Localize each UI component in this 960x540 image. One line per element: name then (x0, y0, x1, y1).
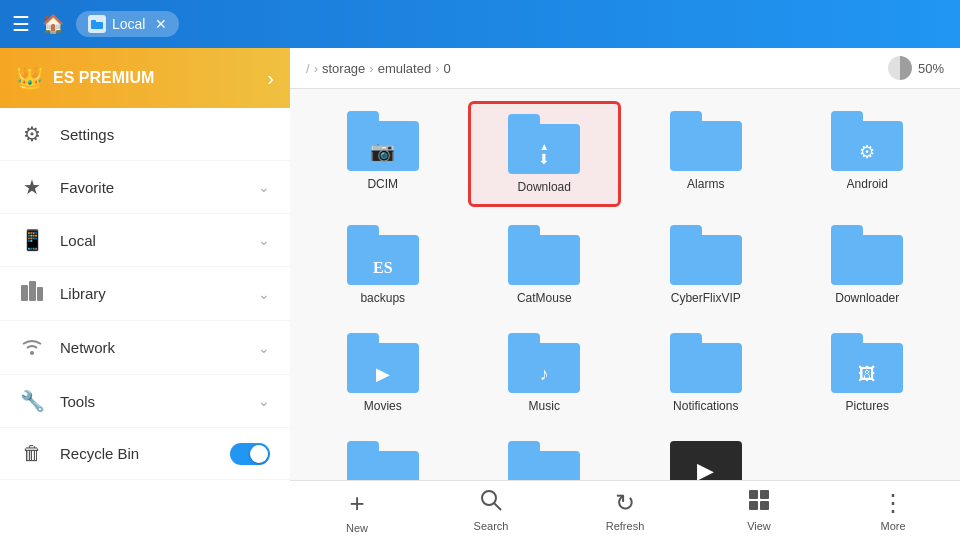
refresh-label: Refresh (606, 520, 645, 532)
main-area: 👑 ES PREMIUM › ⚙ Settings ★ Favorite ⌄ 📱… (0, 48, 960, 540)
pictures-label: Pictures (846, 399, 889, 413)
file-item-dcim[interactable]: 📷 DCIM (306, 101, 460, 207)
file-item-folder13[interactable] (306, 431, 460, 480)
file-item-catmouse[interactable]: CatMouse (468, 215, 622, 315)
music-label: Music (529, 399, 560, 413)
movies-folder-icon: ▶ (347, 333, 419, 393)
search-icon (480, 489, 502, 517)
file-item-backups[interactable]: ES backups (306, 215, 460, 315)
tab-folder-icon (88, 15, 106, 33)
alarms-folder-icon (670, 111, 742, 171)
recycle-bin-toggle[interactable] (230, 443, 270, 465)
storage-circle-icon (888, 56, 912, 80)
favorite-chevron-icon: ⌄ (258, 179, 270, 195)
sidebar-item-favorite[interactable]: ★ Favorite ⌄ (0, 161, 290, 214)
camera-icon: 📷 (370, 139, 395, 163)
local-chevron-icon: ⌄ (258, 232, 270, 248)
svg-rect-3 (29, 281, 36, 301)
svg-rect-11 (760, 501, 769, 510)
sidebar-item-network[interactable]: Network ⌄ (0, 321, 290, 375)
file-item-alarms[interactable]: Alarms (629, 101, 783, 207)
breadcrumb-root: / (306, 61, 310, 76)
toolbar-new[interactable]: + New (327, 488, 387, 534)
network-chevron-icon: ⌄ (258, 340, 270, 356)
android-folder-icon: ⚙ (831, 111, 903, 171)
view-label: View (747, 520, 771, 532)
file-item-movies[interactable]: ▶ Movies (306, 323, 460, 423)
file-item-android[interactable]: ⚙ Android (791, 101, 945, 207)
toggle-circle (250, 445, 268, 463)
sidebar-item-network-label: Network (60, 339, 242, 356)
toolbar-search[interactable]: Search (461, 489, 521, 532)
file-item-music[interactable]: ♪ Music (468, 323, 622, 423)
sidebar-item-favorite-label: Favorite (60, 179, 242, 196)
tab-label: Local (112, 16, 145, 32)
svg-rect-10 (749, 501, 758, 510)
sidebar-item-settings-label: Settings (60, 126, 270, 143)
sidebar-item-library-label: Library (60, 285, 242, 302)
crown-icon: 👑 (16, 65, 43, 91)
cyberflixvip-label: CyberFlixVIP (671, 291, 741, 305)
premium-label: ES PREMIUM (53, 69, 257, 87)
music-folder-icon: ♪ (508, 333, 580, 393)
sidebar: 👑 ES PREMIUM › ⚙ Settings ★ Favorite ⌄ 📱… (0, 48, 290, 540)
svg-rect-2 (21, 285, 28, 301)
settings-icon: ⚙ (20, 122, 44, 146)
svg-rect-8 (749, 490, 758, 499)
more-icon: ⋮ (881, 489, 906, 517)
video-play-icon: ▶ (697, 458, 714, 480)
toolbar-view[interactable]: View (729, 489, 789, 532)
network-icon (20, 335, 44, 360)
home-icon[interactable]: 🏠 (42, 13, 64, 35)
premium-banner[interactable]: 👑 ES PREMIUM › (0, 48, 290, 108)
toolbar-more[interactable]: ⋮ More (863, 489, 923, 532)
breadcrumb-storage[interactable]: storage (322, 61, 365, 76)
sidebar-item-tools-label: Tools (60, 393, 242, 410)
music-icon: ♪ (540, 364, 549, 385)
sidebar-item-settings[interactable]: ⚙ Settings (0, 108, 290, 161)
file-item-downloader[interactable]: Downloader (791, 215, 945, 315)
dcim-folder-icon: 📷 (347, 111, 419, 171)
download-label: Download (518, 180, 571, 194)
top-bar: ☰ 🏠 Local ✕ (0, 0, 960, 48)
menu-icon[interactable]: ☰ (12, 12, 30, 36)
movies-label: Movies (364, 399, 402, 413)
image-icon: 🖼 (858, 364, 876, 385)
new-label: New (346, 522, 368, 534)
file-item-cyberflixvip[interactable]: CyberFlixVIP (629, 215, 783, 315)
breadcrumb-0[interactable]: 0 (444, 61, 451, 76)
recycle-bin-icon: 🗑 (20, 442, 44, 465)
bc-sep3: › (435, 61, 439, 76)
premium-arrow-icon: › (267, 67, 274, 90)
refresh-icon: ↻ (615, 489, 635, 517)
file-item-notifications[interactable]: Notifications (629, 323, 783, 423)
svg-rect-9 (760, 490, 769, 499)
file-item-download[interactable]: ▲ ⬇ Download (468, 101, 622, 207)
alarms-label: Alarms (687, 177, 724, 191)
toolbar-refresh[interactable]: ↻ Refresh (595, 489, 655, 532)
storage-info: 50% (888, 56, 944, 80)
favorite-icon: ★ (20, 175, 44, 199)
sidebar-item-library[interactable]: Library ⌄ (0, 267, 290, 321)
folder13-icon (347, 441, 419, 480)
file-item-pictures[interactable]: 🖼 Pictures (791, 323, 945, 423)
storage-percent: 50% (918, 61, 944, 76)
sidebar-item-local-label: Local (60, 232, 242, 249)
file-item-video-thumb[interactable]: ▶ (629, 431, 783, 480)
breadcrumb-emulated[interactable]: emulated (378, 61, 431, 76)
tab-close-icon[interactable]: ✕ (155, 16, 167, 32)
gear-icon: ⚙ (859, 141, 875, 163)
catmouse-folder-icon (508, 225, 580, 285)
sidebar-item-local[interactable]: 📱 Local ⌄ (0, 214, 290, 267)
video-thumbnail: ▶ (670, 441, 742, 480)
bottom-toolbar: + New Search ↻ Refresh (290, 480, 960, 540)
dcim-label: DCIM (367, 177, 398, 191)
svg-point-5 (30, 351, 34, 355)
downloader-folder-icon (831, 225, 903, 285)
local-tab[interactable]: Local ✕ (76, 11, 179, 37)
sidebar-item-tools[interactable]: 🔧 Tools ⌄ (0, 375, 290, 428)
sidebar-item-recycle-bin[interactable]: 🗑 Recycle Bin (0, 428, 290, 480)
cyberflixvip-folder-icon (670, 225, 742, 285)
svg-rect-4 (37, 287, 43, 301)
file-item-folder14[interactable] (468, 431, 622, 480)
